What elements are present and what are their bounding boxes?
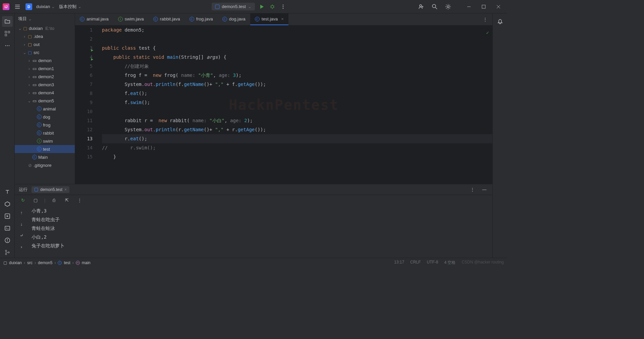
svg-point-5 xyxy=(420,5,422,7)
tree-out[interactable]: ›▢out xyxy=(15,40,75,48)
more-icon[interactable] xyxy=(279,3,287,11)
watermark-text: CSDN @hacker routing xyxy=(462,260,504,265)
console-line: 青蛙在蛙泳 xyxy=(32,224,489,233)
svg-point-12 xyxy=(5,45,6,46)
project-dropdown[interactable]: duixian ⌄ xyxy=(36,4,55,9)
tree-rabbit[interactable]: Crabbit xyxy=(15,129,75,137)
project-name: duixian xyxy=(36,4,50,9)
tab-test[interactable]: Ctest.java× xyxy=(250,13,288,25)
run-panel: 运行 demon5.test × ⋮ — ↻ ▢ | ⎙ ⇱ ⋮ xyxy=(15,184,492,258)
tree-main[interactable]: CMain xyxy=(15,153,75,161)
tree-demon2[interactable]: ›▭demon2 xyxy=(15,72,75,81)
type-tool-icon[interactable] xyxy=(2,187,13,197)
rerun-icon[interactable]: ↻ xyxy=(19,196,27,204)
svg-point-19 xyxy=(5,250,7,251)
editor-tabs: Canimal.java Iswim.java Crabbit.java Cfr… xyxy=(75,13,492,26)
debug-icon[interactable] xyxy=(268,3,276,11)
scroll-up-icon[interactable]: ↑ xyxy=(17,208,25,216)
search-icon[interactable] xyxy=(431,3,439,11)
console-line: 青蛙在吃虫子 xyxy=(32,215,489,224)
tree-demon1[interactable]: ›▭demon1 xyxy=(15,64,75,72)
cursor-position[interactable]: 13:17 xyxy=(394,260,404,265)
close-icon[interactable]: × xyxy=(281,16,284,21)
problems-tool-icon[interactable] xyxy=(2,235,13,246)
editor-body[interactable]: HacknPentest ✓ 1 2 3▶ 4▶ 5 6 7 8 9 10 11 xyxy=(75,26,492,184)
encoding[interactable]: UTF-8 xyxy=(427,260,438,265)
indent[interactable]: 4 空格 xyxy=(444,260,455,265)
tree-demon[interactable]: ›▭demon xyxy=(15,56,75,64)
svg-point-3 xyxy=(283,6,284,7)
close-button[interactable] xyxy=(492,2,504,11)
tab-animal[interactable]: Canimal.java xyxy=(75,13,113,25)
svg-point-2 xyxy=(283,4,284,5)
vcs-tool-icon[interactable] xyxy=(2,247,13,258)
tab-more-icon[interactable]: ⋮ xyxy=(481,15,489,23)
svg-point-21 xyxy=(8,252,9,253)
run-toolbar: ↻ ▢ | ⎙ ⇱ ⋮ xyxy=(15,195,492,205)
settings-icon[interactable] xyxy=(444,3,452,11)
tree-test[interactable]: Ctest xyxy=(15,145,75,153)
gutter: 1 2 3▶ 4▶ 5 6 7 8 9 10 11 12 13 14 xyxy=(75,26,99,184)
more-tool-icon[interactable] xyxy=(2,40,13,51)
tree-frog[interactable]: Cfrog xyxy=(15,121,75,129)
notifications-icon[interactable] xyxy=(495,16,505,27)
tab-rabbit[interactable]: Crabbit.java xyxy=(149,13,185,25)
project-panel-title: 项目 xyxy=(18,16,27,22)
tree-dog[interactable]: Cdog xyxy=(15,113,75,121)
titlebar: IJ D duixian ⌄ 版本控制 ⌄ demon5.test ⌄ xyxy=(0,0,507,13)
svg-rect-8 xyxy=(482,5,485,8)
right-tool-rail xyxy=(492,13,507,258)
run-tab[interactable]: demon5.test × xyxy=(32,186,69,193)
toolbar-more-icon[interactable]: ⋮ xyxy=(75,196,84,204)
soft-wrap-icon[interactable]: ⤶ xyxy=(17,231,25,239)
tree-idea[interactable]: ›▢.idea xyxy=(15,32,75,40)
run-tool-icon[interactable] xyxy=(2,211,13,222)
tree-root[interactable]: ⌄▢duixianE:\to xyxy=(15,24,75,32)
minimize-button[interactable] xyxy=(463,2,475,11)
hamburger-icon[interactable] xyxy=(13,3,21,11)
run-icon[interactable] xyxy=(258,3,266,11)
services-tool-icon[interactable] xyxy=(2,199,13,209)
tree-gitignore[interactable]: ⊘.gitignore xyxy=(15,161,75,169)
tree-demon4[interactable]: ›▭demon4 xyxy=(15,89,75,97)
tree-demon3[interactable]: ›▭demon3 xyxy=(15,81,75,89)
screenshot-icon[interactable]: ⎙ xyxy=(50,196,58,204)
svg-rect-11 xyxy=(5,34,7,36)
close-icon[interactable]: × xyxy=(64,187,67,192)
vcs-dropdown[interactable]: 版本控制 ⌄ xyxy=(59,4,82,10)
tab-frog[interactable]: Cfrog.java xyxy=(185,13,218,25)
terminal-tool-icon[interactable] xyxy=(2,223,13,234)
project-tool-icon[interactable] xyxy=(2,16,13,27)
tree-src[interactable]: ⌄▢src xyxy=(15,48,75,56)
export-icon[interactable]: ⇱ xyxy=(63,196,71,204)
svg-rect-16 xyxy=(5,226,10,230)
tab-dog[interactable]: Cdog.java xyxy=(218,13,250,25)
svg-rect-10 xyxy=(8,31,10,33)
breadcrumb[interactable]: ▢ duixian › src › demon5 › C test › m ma… xyxy=(3,260,91,265)
svg-point-6 xyxy=(432,4,436,8)
project-tree: ⌄▢duixianE:\to ›▢.idea ›▢out ⌄▢src ›▭dem… xyxy=(15,24,75,184)
run-more-icon[interactable]: ⋮ xyxy=(468,186,476,194)
run-configuration-dropdown[interactable]: demon5.test ⌄ xyxy=(212,3,255,10)
tab-swim[interactable]: Iswim.java xyxy=(113,13,149,25)
line-separator[interactable]: CRLF xyxy=(410,260,421,265)
stop-icon[interactable]: ▢ xyxy=(32,196,40,204)
code[interactable]: package demon5; public class test { publ… xyxy=(99,26,492,184)
run-minimize-icon[interactable]: — xyxy=(480,186,488,194)
maximize-button[interactable] xyxy=(478,2,490,11)
tree-animal[interactable]: Canimal xyxy=(15,105,75,113)
console-line: 小青,3 xyxy=(32,206,489,215)
console-output[interactable]: 小青,3 青蛙在吃虫子 青蛙在蛙泳 小白,2 兔子在吃胡萝卜 xyxy=(28,205,492,258)
expand-icon[interactable]: › xyxy=(17,243,25,251)
svg-point-1 xyxy=(271,5,274,8)
structure-tool-icon[interactable] xyxy=(2,28,13,39)
project-panel-header[interactable]: 项目 ⌄ xyxy=(15,13,75,24)
code-with-me-icon[interactable] xyxy=(417,3,425,11)
tree-demon5[interactable]: ⌄▭demon5 xyxy=(15,97,75,105)
svg-point-4 xyxy=(283,8,284,9)
editor-area: Canimal.java Iswim.java Crabbit.java Cfr… xyxy=(75,13,492,184)
scroll-down-icon[interactable]: ↓ xyxy=(17,220,25,228)
svg-rect-0 xyxy=(215,5,219,9)
tree-swim[interactable]: Iswim xyxy=(15,137,75,145)
console-line: 小白,2 xyxy=(32,233,489,241)
